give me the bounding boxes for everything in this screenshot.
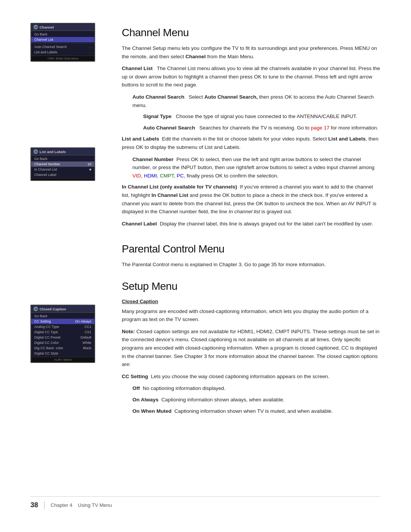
channel-number-para: Channel Number Press OK to select, then … [122, 155, 381, 180]
auto-channel-search2-para: Auto Channel Search Searches for channel… [122, 124, 381, 132]
tv-box-1-title: Channel [40, 25, 54, 29]
auto-channel-search-para: Auto Channel Search Select Auto Channel … [122, 93, 381, 109]
closed-caption-note: Note: Closed caption settings are not av… [122, 328, 381, 369]
tv-menu-cc-setting: CC Setting On Always [31, 319, 94, 324]
page-number: 38 [30, 501, 38, 509]
tv-menu-go-back-3: Go Back [31, 313, 94, 319]
closed-caption-heading: Closed Caption [122, 298, 381, 306]
tv-menu-auto-channel: Auto Channel Search ... [31, 44, 94, 50]
tv-menu-channel-label: Channel Label [31, 172, 94, 177]
footer-chapter: Chapter 4 Using TV Menu [51, 502, 112, 508]
cc-on-always-para: On Always Captioning information shown a… [122, 396, 381, 404]
in-channel-list-para: In Channel List (only available for TV c… [122, 183, 381, 216]
tv-menu-digital-cc-preset: Digital CC Preset Default [31, 335, 94, 340]
cc-off-para: Off No captioning information displayed. [122, 384, 381, 393]
tv-box-3-footer: <L/R> Select [31, 357, 94, 362]
channel-list-para: Channel List The Channel List menu allow… [122, 64, 381, 89]
tv-menu-go-back-2: Go Back [31, 156, 94, 161]
tv-menu-list-labels: List and Labels ... [31, 50, 94, 55]
page-footer: 38 Chapter 4 Using TV Menu [30, 496, 381, 509]
tv-box-2-body: Go Back Channel Number 10 In Channel Lis… [31, 155, 94, 178]
cc-setting-para: CC Setting Lets you choose the way close… [122, 372, 381, 381]
tv-menu-analog-cc-type: Analog CC Type CC1 [31, 324, 94, 329]
tv-menu-channel-number: Channel Number 10 [31, 161, 94, 167]
cc-on-when-muted-para: On When Muted Captioning information sho… [122, 407, 381, 415]
tv-box-list-labels: 📺 List and Labels Go Back Channel Number… [30, 147, 95, 181]
tv-box-1-footer: <OK> Enter Sub-menu [31, 56, 94, 61]
tv-box-icon-3: 📺 [33, 307, 38, 311]
tv-box-icon-1: 📺 [33, 25, 38, 29]
tv-menu-dig-cc-back-color: Dig.CC Back. color Black [31, 345, 94, 351]
tv-box-3-body: Go Back CC Setting On Always Analog CC T… [31, 313, 94, 357]
tv-box-2-title: List and Labels [40, 150, 66, 154]
list-labels-para: List and Labels Edit the channels in the… [122, 135, 381, 151]
tv-box-closed-caption: 📺 Closed Caption Go Back CC Setting On A… [30, 305, 95, 363]
tv-menu-in-channel-list: In Channel List ■ [31, 167, 94, 172]
signal-type-para: Signal Type Choose the type of signal yo… [122, 112, 381, 121]
channel-label-para: Channel Label Display the channel label,… [122, 220, 381, 228]
tv-box-2-footer [31, 178, 94, 180]
tv-box-channel-menu: 📺 Channel Go Back Channel List ... [30, 23, 95, 62]
page-17-link[interactable]: page 17 [311, 125, 330, 131]
tv-menu-digital-cc-color: Digital CC Color White [31, 340, 94, 345]
left-sidebar: 📺 Channel Go Back Channel List ... [30, 23, 107, 485]
right-content: Channel Menu The Channel Setup menu lets… [107, 23, 381, 485]
parental-menu-title: Parental Control Menu [122, 243, 381, 255]
tv-menu-go-back-1: Go Back [31, 32, 94, 37]
tv-menu-digital-cc-style: Digital CC Style [31, 351, 94, 356]
tv-box-3-title: Closed Caption [40, 307, 66, 311]
footer-separator [44, 502, 45, 509]
parental-menu-text: The Parental Control menu is explained i… [122, 260, 381, 269]
tv-menu-channel-list: Channel List ... [31, 37, 94, 42]
setup-menu-title: Setup Menu [122, 280, 381, 292]
page: 📺 Channel Go Back Channel List ... [0, 0, 411, 532]
tv-box-icon-2: 📺 [33, 149, 38, 154]
tv-menu-digital-cc-type: Digital CC Type CS1 [31, 329, 94, 335]
channel-menu-intro: The Channel Setup menu lets you configur… [122, 44, 381, 61]
tv-box-1-body: Go Back Channel List ... Auto Channel Se… [31, 31, 94, 56]
channel-menu-title: Channel Menu [122, 27, 381, 39]
closed-caption-intro: Many programs are encoded with closed-ca… [122, 307, 381, 324]
